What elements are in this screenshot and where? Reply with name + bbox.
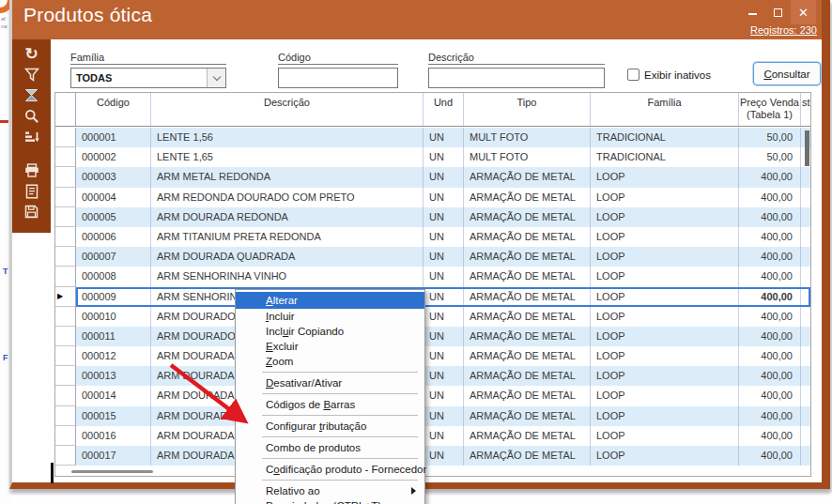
menu-item-incluir-copiando[interactable]: Incluir Copiando bbox=[236, 324, 424, 339]
table-row[interactable]: 000004 ARM REDONDA DOURADO COM PRETO UN … bbox=[55, 188, 810, 207]
table-row[interactable]: 000005 ARM DOURADA REDONDA UN ARMAÇÃO DE… bbox=[55, 207, 810, 227]
maximize-button[interactable] bbox=[765, 0, 791, 24]
table-row[interactable]: 000010 ARM DOURADO C P UN ARMAÇÃO DE MET… bbox=[55, 307, 810, 327]
cell-familia: LOOP bbox=[591, 446, 739, 466]
cell-familia: LOOP bbox=[591, 366, 739, 386]
cell-familia: LOOP bbox=[591, 287, 739, 307]
header-und[interactable]: Und bbox=[424, 93, 464, 126]
table-row[interactable]: 000011 ARM DOURADO QU UN ARMAÇÃO DE META… bbox=[55, 327, 810, 346]
window-controls: ✕ bbox=[740, 0, 816, 24]
table-row[interactable]: 000016 ARM DOURADA C D UN ARMAÇÃO DE MET… bbox=[55, 426, 810, 446]
row-selector-cell[interactable] bbox=[55, 188, 76, 207]
table-row[interactable]: 000014 ARM DOURADA C E UN ARMAÇÃO DE MET… bbox=[55, 386, 810, 405]
menu-item-configurar-tributacao[interactable]: Configurar tributação bbox=[236, 419, 424, 434]
table-row[interactable]: 000012 ARM DOURADA REI UN ARMAÇÃO DE MET… bbox=[55, 346, 810, 366]
menu-item-codificacao-produto-fornecedor[interactable]: Codificação produto - Fornecedor bbox=[236, 462, 424, 477]
header-descricao[interactable]: Descrição bbox=[151, 93, 424, 126]
cell-preco-venda: 400,00 bbox=[739, 386, 801, 405]
row-selector-cell[interactable] bbox=[55, 227, 76, 247]
registros-count-link[interactable]: Registros: 230 bbox=[750, 24, 817, 36]
table-row[interactable]: 000003 ARM METAL REDONDA UN ARMAÇÃO DE M… bbox=[55, 167, 810, 187]
background-letter-f: F bbox=[3, 353, 8, 362]
save-button[interactable] bbox=[21, 202, 43, 221]
titlebar[interactable]: Produtos ótica ✕ Registros: 230 bbox=[12, 0, 822, 39]
descricao-label: Descrição bbox=[428, 52, 605, 65]
row-selector-cell[interactable] bbox=[55, 386, 76, 405]
consultar-button[interactable]: Consultar bbox=[753, 62, 821, 85]
cell-familia: LOOP bbox=[591, 267, 739, 286]
menu-item-combo-de-produtos[interactable]: Combo de produtos bbox=[236, 440, 424, 455]
row-selector-cell[interactable] bbox=[55, 327, 76, 346]
header-codigo[interactable]: Código bbox=[76, 93, 151, 126]
row-selector-cell[interactable]: ▶ bbox=[55, 287, 76, 307]
refresh-button[interactable]: ↻ bbox=[21, 44, 43, 64]
cell-und: UN bbox=[424, 287, 464, 307]
row-selector-cell[interactable] bbox=[55, 167, 76, 187]
minimize-icon bbox=[748, 13, 757, 15]
menu-item-alterar[interactable]: Alterar bbox=[236, 292, 424, 309]
cancel-button[interactable] bbox=[21, 85, 43, 105]
minimize-button[interactable] bbox=[740, 0, 765, 24]
save-icon bbox=[24, 205, 39, 219]
filter-button[interactable] bbox=[21, 65, 43, 84]
table-row[interactable]: 000001 LENTE 1,56 UN MULT FOTO TRADICION… bbox=[55, 128, 810, 147]
print-button[interactable] bbox=[21, 160, 43, 180]
row-selector-cell[interactable] bbox=[55, 346, 76, 366]
row-selector-cell[interactable] bbox=[55, 267, 76, 286]
familia-selected-value: TODAS bbox=[71, 72, 207, 84]
menu-item-propriedades-ctrl-t[interactable]: Propriedades (CTRL+T) bbox=[236, 498, 424, 504]
table-row[interactable]: 000015 ARM DOURADA UN ARMAÇÃO DE METAL L… bbox=[55, 406, 810, 426]
row-selector-cell[interactable] bbox=[55, 406, 76, 426]
row-selector-cell[interactable] bbox=[55, 307, 76, 327]
cell-partial bbox=[801, 406, 811, 426]
sort-button[interactable] bbox=[21, 127, 43, 146]
header-tipo[interactable]: Tipo bbox=[464, 93, 591, 126]
menu-item-codigos-de-barras[interactable]: Códigos de Barras bbox=[236, 397, 424, 412]
cell-preco-venda: 400,00 bbox=[739, 247, 801, 267]
cell-tipo: MULT FOTO bbox=[464, 128, 591, 147]
cell-familia: LOOP bbox=[591, 346, 739, 366]
close-button[interactable]: ✕ bbox=[791, 0, 816, 24]
cell-und: UN bbox=[424, 247, 464, 267]
report-button[interactable] bbox=[21, 181, 43, 201]
table-row[interactable]: 000002 LENTE 1,65 UN MULT FOTO TRADICION… bbox=[55, 147, 810, 167]
descricao-input[interactable] bbox=[428, 68, 605, 88]
zoom-icon bbox=[24, 109, 39, 124]
row-selector-cell[interactable] bbox=[55, 128, 76, 147]
row-selector-cell[interactable] bbox=[55, 147, 76, 167]
familia-dropdown-button[interactable] bbox=[207, 69, 225, 87]
cell-descricao: LENTE 1,65 bbox=[151, 147, 424, 167]
table-row[interactable]: ▶ 000009 ARM SENHORINHA UN ARMAÇÃO DE ME… bbox=[55, 287, 810, 307]
zoom-button[interactable] bbox=[21, 106, 43, 126]
cell-und: UN bbox=[424, 346, 464, 366]
cell-familia: LOOP bbox=[591, 188, 739, 207]
vertical-scrollbar-thumb[interactable] bbox=[805, 130, 809, 166]
cell-codigo: 000017 bbox=[76, 446, 151, 466]
row-selector-cell[interactable] bbox=[55, 207, 76, 227]
row-selector-cell[interactable] bbox=[55, 426, 76, 446]
table-row[interactable]: 000017 ARM DOURADA C N UN ARMAÇÃO DE MET… bbox=[55, 446, 810, 466]
codigo-input[interactable] bbox=[278, 68, 398, 88]
table-row[interactable]: 000007 ARM DOURADA QUADRADA UN ARMAÇÃO D… bbox=[55, 247, 810, 267]
menu-item-zoom[interactable]: Zoom bbox=[236, 354, 424, 369]
familia-dropdown[interactable]: TODAS bbox=[70, 68, 226, 88]
header-familia[interactable]: Família bbox=[591, 93, 739, 126]
cell-preco-venda: 400,00 bbox=[739, 307, 801, 327]
codigo-label: Código bbox=[278, 52, 398, 65]
menu-item-desativar-ativar[interactable]: Desativar/Ativar bbox=[236, 375, 424, 390]
menu-item-excluir[interactable]: Excluir bbox=[236, 339, 424, 354]
menu-item-relativo-ao[interactable]: Relativo ao bbox=[236, 483, 424, 498]
table-row[interactable]: 000006 ARM TITANIUM PRETA REDONDA UN ARM… bbox=[55, 227, 810, 247]
horizontal-scrollbar-thumb[interactable] bbox=[71, 470, 153, 473]
header-preco-venda[interactable]: Preço Venda(Tabela 1) bbox=[739, 93, 801, 126]
menu-separator bbox=[262, 480, 418, 481]
exibir-inativos-checkbox[interactable] bbox=[627, 69, 639, 81]
table-row[interactable]: 000008 ARM SENHORINHA VINHO UN ARMAÇÃO D… bbox=[55, 267, 810, 286]
table-row[interactable]: 000013 ARM DOURADA C P UN ARMAÇÃO DE MET… bbox=[55, 366, 810, 386]
cell-tipo: ARMAÇÃO DE METAL bbox=[464, 227, 591, 247]
row-selector-cell[interactable] bbox=[55, 446, 76, 466]
cell-codigo: 000008 bbox=[76, 267, 151, 286]
row-selector-cell[interactable] bbox=[55, 366, 76, 386]
menu-item-incluir[interactable]: Incluir bbox=[236, 309, 424, 324]
row-selector-cell[interactable] bbox=[55, 247, 76, 267]
